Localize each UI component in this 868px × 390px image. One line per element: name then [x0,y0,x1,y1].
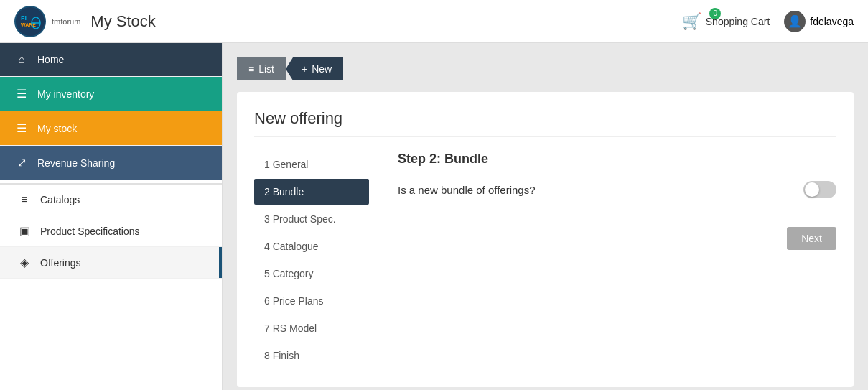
header-right: 0 🛒 Shopping Cart 👤 fdelavega [682,11,854,32]
layout: ⌂ Home ☰ My inventory ☰ My stock ⤢ Reven… [0,43,868,390]
product-spec-icon: ▣ [17,224,32,238]
tmforum-label: tmforum [52,17,80,26]
sidebar-item-home-label: Home [37,54,64,65]
user-label: fdelavega [810,16,854,27]
step-bundle[interactable]: 2 Bundle [254,179,369,205]
sidebar-item-my-inventory[interactable]: ☰ My inventory [0,77,222,111]
next-btn-container: Next [398,227,836,250]
sidebar-item-my-stock[interactable]: ☰ My stock [0,111,222,146]
user-area[interactable]: 👤 fdelavega [784,11,854,32]
sidebar-item-home[interactable]: ⌂ Home [0,43,222,77]
next-button[interactable]: Next [787,227,836,250]
tab-new[interactable]: + New [286,57,343,80]
sidebar-item-product-specifications[interactable]: ▣ Product Specifications [0,215,222,247]
offering-title: New offering [254,109,836,137]
sidebar-offerings-label: Offerings [40,257,81,269]
app-title: My Stock [90,12,155,31]
logo-area: FI WARE tmforum [14,6,80,37]
stock-icon: ☰ [14,121,29,135]
user-icon: 👤 [784,11,806,32]
toggle-knob [805,182,819,197]
main-content: ≡ List + New New offering 1 General 2 Bu… [223,43,868,390]
step-content: Step 2: Bundle Is a new bundle of offeri… [398,152,836,370]
step-title: Step 2: Bundle [398,152,836,167]
list-icon: ≡ [248,63,254,75]
offerings-icon: ◈ [17,256,32,269]
offering-body: 1 General 2 Bundle 3 Product Spec. 4 Cat… [254,152,836,370]
header: FI WARE tmforum My Stock 0 🛒 Shopping Ca… [0,0,868,43]
sidebar: ⌂ Home ☰ My inventory ☰ My stock ⤢ Reven… [0,43,223,390]
tab-list-label: List [258,63,274,75]
logo-circle: FI WARE [14,6,46,37]
sidebar-item-offerings[interactable]: ◈ Offerings [0,247,222,279]
tab-list[interactable]: ≡ List [237,57,286,80]
step-product-spec[interactable]: 3 Product Spec. [254,206,369,232]
inventory-icon: ☰ [14,87,29,101]
sidebar-item-revenue-label: Revenue Sharing [37,157,115,169]
sidebar-product-spec-label: Product Specifications [40,226,140,237]
cart-area[interactable]: 0 🛒 Shopping Cart [682,12,770,31]
sidebar-item-my-stock-label: My stock [37,123,77,134]
sidebar-item-catalogs[interactable]: ≡ Catalogs [0,185,222,215]
steps-list: 1 General 2 Bundle 3 Product Spec. 4 Cat… [254,152,369,370]
step-finish[interactable]: 8 Finish [254,343,369,368]
step-rs-model[interactable]: 7 RS Model [254,315,369,341]
step-general[interactable]: 1 General [254,152,369,177]
tab-bar: ≡ List + New [237,57,854,80]
sidebar-item-my-inventory-label: My inventory [37,88,94,100]
offering-card: New offering 1 General 2 Bundle 3 Produc… [237,92,854,387]
tab-new-label: New [312,63,332,75]
bundle-question: Is a new bundle of offerings? [398,184,536,196]
step-catalogue[interactable]: 4 Catalogue [254,233,369,259]
step-price-plans[interactable]: 6 Price Plans [254,288,369,314]
cart-badge: 0 [709,8,721,19]
revenue-icon: ⤢ [14,156,29,170]
sidebar-catalogs-label: Catalogs [40,194,80,205]
cart-icon: 🛒 [682,12,701,31]
sidebar-item-revenue-sharing[interactable]: ⤢ Revenue Sharing [0,146,222,180]
svg-text:FI: FI [21,14,27,22]
bundle-field: Is a new bundle of offerings? [398,181,836,198]
catalogs-icon: ≡ [17,193,32,206]
bundle-toggle[interactable] [803,181,836,198]
step-category[interactable]: 5 Category [254,261,369,287]
home-icon: ⌂ [14,53,29,66]
plus-icon: + [302,63,307,75]
sidebar-section: ≡ Catalogs ▣ Product Specifications ◈ Of… [0,183,222,279]
header-left: FI WARE tmforum My Stock [14,6,156,37]
